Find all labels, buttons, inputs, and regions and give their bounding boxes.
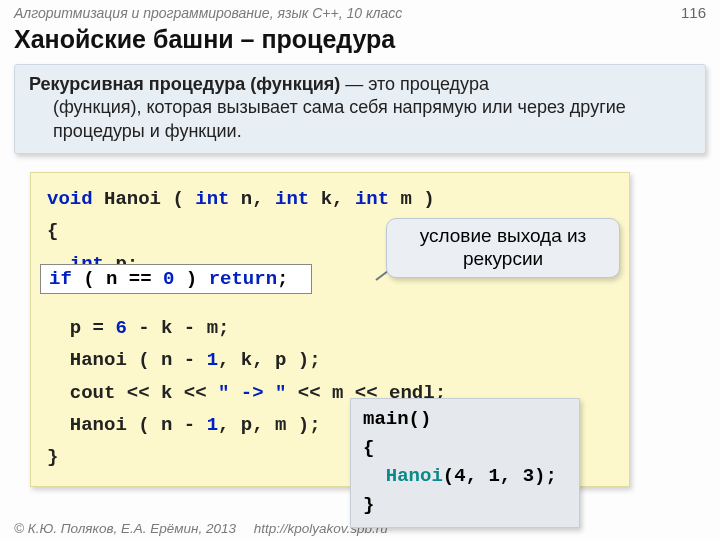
course-label: Алгоритмизация и программирование, язык … [14, 5, 402, 21]
definition-term: Рекурсивная процедура (функция) [29, 74, 340, 94]
definition-rest: (функция), которая вызывает сама себя на… [29, 96, 691, 143]
page-number: 116 [681, 4, 706, 21]
definition-box: Рекурсивная процедура (функция) — это пр… [14, 64, 706, 154]
highlighted-return-line: if ( n == 0 ) return; [40, 264, 312, 294]
slide-title: Ханойские башни – процедура [0, 23, 720, 60]
callout-line2: рекурсии [397, 248, 609, 271]
main-code-block: main() { Hanoi(4, 1, 3); } [350, 398, 580, 528]
callout-line1: условие выхода из [397, 225, 609, 248]
definition-dash: — это процедура [340, 74, 489, 94]
callout-box: условие выхода из рекурсии [386, 218, 620, 278]
header: Алгоритмизация и программирование, язык … [0, 0, 720, 23]
copyright: © К.Ю. Поляков, Е.А. Ерёмин, 2013 [14, 521, 236, 536]
